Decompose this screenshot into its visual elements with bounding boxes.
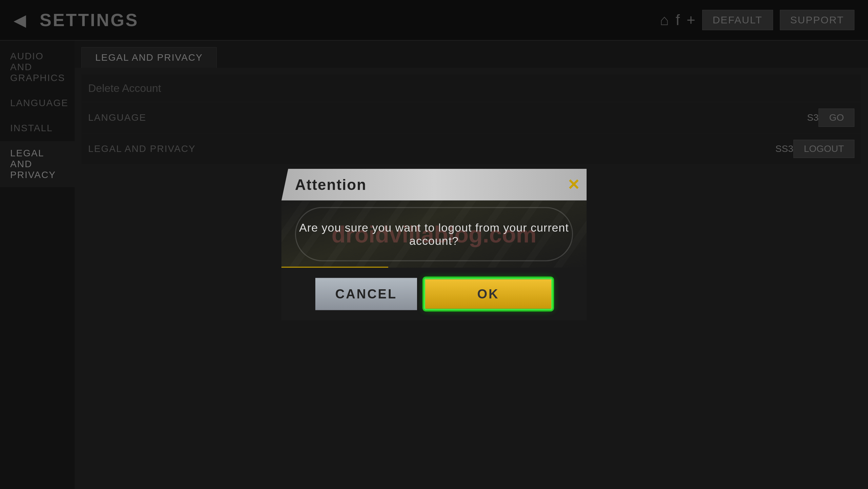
dialog-header: Attention ✕	[281, 169, 587, 201]
dialog-footer: CANCEL OK	[281, 268, 587, 320]
close-icon[interactable]: ✕	[567, 177, 580, 192]
dialog-title: Attention	[295, 176, 367, 193]
cancel-button[interactable]: CANCEL	[315, 278, 417, 310]
ok-button[interactable]: OK	[424, 278, 553, 310]
attention-dialog: Attention ✕ droidvillablog.com Are you s…	[281, 169, 587, 320]
dialog-message: Are you sure you want to logout from you…	[295, 221, 573, 248]
dialog-progress-bar	[281, 267, 388, 268]
dialog-body: droidvillablog.com Are you sure you want…	[281, 201, 587, 268]
